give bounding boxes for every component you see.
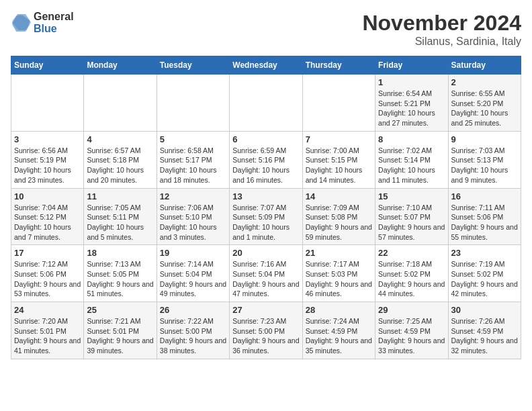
weekday-header-friday: Friday — [375, 56, 448, 75]
day-number: 21 — [306, 248, 372, 258]
calendar-cell: 16Sunrise: 7:11 AM Sunset: 5:06 PM Dayli… — [448, 188, 521, 245]
calendar-cell: 23Sunrise: 7:19 AM Sunset: 5:02 PM Dayli… — [448, 245, 521, 302]
logo-general: General — [34, 11, 74, 23]
weekday-header-thursday: Thursday — [302, 56, 375, 75]
day-number: 8 — [378, 134, 445, 144]
day-number: 19 — [160, 248, 226, 258]
day-info: Sunrise: 7:07 AM Sunset: 5:09 PM Dayligh… — [232, 203, 299, 242]
calendar-cell: 30Sunrise: 7:26 AM Sunset: 4:59 PM Dayli… — [448, 302, 521, 359]
day-number: 18 — [87, 248, 153, 258]
logo-blue: Blue — [34, 23, 74, 35]
calendar-cell: 12Sunrise: 7:06 AM Sunset: 5:10 PM Dayli… — [157, 188, 229, 245]
calendar-cell — [11, 75, 84, 132]
calendar-cell: 5Sunrise: 6:58 AM Sunset: 5:17 PM Daylig… — [157, 131, 229, 188]
header: General Blue November 2024 Silanus, Sard… — [11, 11, 521, 48]
day-info: Sunrise: 7:19 AM Sunset: 5:02 PM Dayligh… — [451, 259, 518, 299]
day-number: 26 — [160, 305, 226, 315]
calendar-cell: 8Sunrise: 7:02 AM Sunset: 5:14 PM Daylig… — [375, 131, 448, 188]
day-number: 15 — [378, 191, 445, 201]
day-info: Sunrise: 6:59 AM Sunset: 5:16 PM Dayligh… — [232, 146, 299, 185]
weekday-header-sunday: Sunday — [11, 56, 84, 75]
day-number: 4 — [87, 134, 153, 144]
day-number: 22 — [378, 248, 445, 258]
calendar-cell: 11Sunrise: 7:05 AM Sunset: 5:11 PM Dayli… — [84, 188, 157, 245]
day-info: Sunrise: 6:58 AM Sunset: 5:17 PM Dayligh… — [160, 146, 226, 185]
calendar-week-row: 3Sunrise: 6:56 AM Sunset: 5:19 PM Daylig… — [11, 131, 521, 188]
calendar-cell: 26Sunrise: 7:22 AM Sunset: 5:00 PM Dayli… — [157, 302, 229, 359]
calendar-cell: 27Sunrise: 7:23 AM Sunset: 5:00 PM Dayli… — [230, 302, 302, 359]
day-number: 23 — [451, 248, 518, 258]
calendar-week-row: 24Sunrise: 7:20 AM Sunset: 5:01 PM Dayli… — [11, 302, 521, 359]
day-info: Sunrise: 6:57 AM Sunset: 5:18 PM Dayligh… — [87, 146, 153, 185]
calendar-cell: 2Sunrise: 6:55 AM Sunset: 5:20 PM Daylig… — [448, 75, 521, 132]
day-info: Sunrise: 7:06 AM Sunset: 5:10 PM Dayligh… — [160, 203, 226, 242]
calendar-cell: 22Sunrise: 7:18 AM Sunset: 5:02 PM Dayli… — [375, 245, 448, 302]
day-info: Sunrise: 7:05 AM Sunset: 5:11 PM Dayligh… — [87, 203, 153, 242]
day-number: 14 — [306, 191, 372, 201]
day-number: 24 — [14, 305, 81, 315]
calendar-week-row: 17Sunrise: 7:12 AM Sunset: 5:06 PM Dayli… — [11, 245, 521, 302]
calendar-cell: 20Sunrise: 7:16 AM Sunset: 5:04 PM Dayli… — [230, 245, 302, 302]
day-info: Sunrise: 7:02 AM Sunset: 5:14 PM Dayligh… — [378, 146, 445, 185]
day-number: 3 — [14, 134, 81, 144]
day-info: Sunrise: 7:03 AM Sunset: 5:13 PM Dayligh… — [451, 146, 518, 185]
calendar-cell: 18Sunrise: 7:13 AM Sunset: 5:05 PM Dayli… — [84, 245, 157, 302]
calendar-cell: 1Sunrise: 6:54 AM Sunset: 5:21 PM Daylig… — [375, 75, 448, 132]
weekday-header-row: SundayMondayTuesdayWednesdayThursdayFrid… — [11, 56, 521, 75]
day-info: Sunrise: 7:13 AM Sunset: 5:05 PM Dayligh… — [87, 259, 153, 299]
day-info: Sunrise: 7:00 AM Sunset: 5:15 PM Dayligh… — [306, 146, 372, 185]
calendar-cell: 9Sunrise: 7:03 AM Sunset: 5:13 PM Daylig… — [448, 131, 521, 188]
day-info: Sunrise: 7:11 AM Sunset: 5:06 PM Dayligh… — [451, 203, 518, 242]
day-number: 17 — [14, 248, 81, 258]
day-number: 10 — [14, 191, 81, 201]
day-info: Sunrise: 7:20 AM Sunset: 5:01 PM Dayligh… — [14, 316, 81, 356]
calendar-cell — [157, 75, 229, 132]
calendar-cell: 28Sunrise: 7:24 AM Sunset: 4:59 PM Dayli… — [302, 302, 375, 359]
day-number: 25 — [87, 305, 153, 315]
day-info: Sunrise: 7:25 AM Sunset: 4:59 PM Dayligh… — [378, 316, 445, 356]
day-number: 16 — [451, 191, 518, 201]
day-number: 12 — [160, 191, 226, 201]
calendar-cell: 25Sunrise: 7:21 AM Sunset: 5:01 PM Dayli… — [84, 302, 157, 359]
day-info: Sunrise: 7:23 AM Sunset: 5:00 PM Dayligh… — [232, 316, 299, 356]
calendar-cell: 4Sunrise: 6:57 AM Sunset: 5:18 PM Daylig… — [84, 131, 157, 188]
calendar-table: SundayMondayTuesdayWednesdayThursdayFrid… — [11, 56, 521, 359]
calendar-cell: 29Sunrise: 7:25 AM Sunset: 4:59 PM Dayli… — [375, 302, 448, 359]
logo: General Blue — [11, 11, 74, 34]
day-info: Sunrise: 7:18 AM Sunset: 5:02 PM Dayligh… — [378, 259, 445, 299]
calendar-cell: 10Sunrise: 7:04 AM Sunset: 5:12 PM Dayli… — [11, 188, 84, 245]
month-title: November 2024 — [362, 11, 521, 36]
calendar-week-row: 10Sunrise: 7:04 AM Sunset: 5:12 PM Dayli… — [11, 188, 521, 245]
day-number: 1 — [378, 77, 445, 87]
day-info: Sunrise: 7:24 AM Sunset: 4:59 PM Dayligh… — [306, 316, 372, 356]
day-info: Sunrise: 6:56 AM Sunset: 5:19 PM Dayligh… — [14, 146, 81, 185]
calendar-cell: 7Sunrise: 7:00 AM Sunset: 5:15 PM Daylig… — [302, 131, 375, 188]
day-number: 13 — [232, 191, 299, 201]
calendar-cell: 13Sunrise: 7:07 AM Sunset: 5:09 PM Dayli… — [230, 188, 302, 245]
day-number: 2 — [451, 77, 518, 87]
day-info: Sunrise: 7:12 AM Sunset: 5:06 PM Dayligh… — [14, 259, 81, 299]
calendar-cell — [230, 75, 302, 132]
day-info: Sunrise: 7:26 AM Sunset: 4:59 PM Dayligh… — [451, 316, 518, 356]
day-info: Sunrise: 7:04 AM Sunset: 5:12 PM Dayligh… — [14, 203, 81, 242]
location: Silanus, Sardinia, Italy — [362, 36, 521, 48]
calendar-body: 1Sunrise: 6:54 AM Sunset: 5:21 PM Daylig… — [11, 75, 521, 359]
weekday-header-monday: Monday — [84, 56, 157, 75]
calendar-cell: 6Sunrise: 6:59 AM Sunset: 5:16 PM Daylig… — [230, 131, 302, 188]
day-number: 7 — [306, 134, 372, 144]
day-number: 27 — [232, 305, 299, 315]
calendar-week-row: 1Sunrise: 6:54 AM Sunset: 5:21 PM Daylig… — [11, 75, 521, 132]
calendar-cell: 21Sunrise: 7:17 AM Sunset: 5:03 PM Dayli… — [302, 245, 375, 302]
day-number: 9 — [451, 134, 518, 144]
weekday-header-tuesday: Tuesday — [157, 56, 229, 75]
calendar-cell — [302, 75, 375, 132]
day-info: Sunrise: 7:16 AM Sunset: 5:04 PM Dayligh… — [232, 259, 299, 299]
calendar-cell: 14Sunrise: 7:09 AM Sunset: 5:08 PM Dayli… — [302, 188, 375, 245]
day-number: 20 — [232, 248, 299, 258]
day-number: 5 — [160, 134, 226, 144]
day-info: Sunrise: 7:21 AM Sunset: 5:01 PM Dayligh… — [87, 316, 153, 356]
calendar-cell: 3Sunrise: 6:56 AM Sunset: 5:19 PM Daylig… — [11, 131, 84, 188]
title-area: November 2024 Silanus, Sardinia, Italy — [362, 11, 521, 48]
day-number: 30 — [451, 305, 518, 315]
day-info: Sunrise: 6:54 AM Sunset: 5:21 PM Dayligh… — [378, 89, 445, 128]
